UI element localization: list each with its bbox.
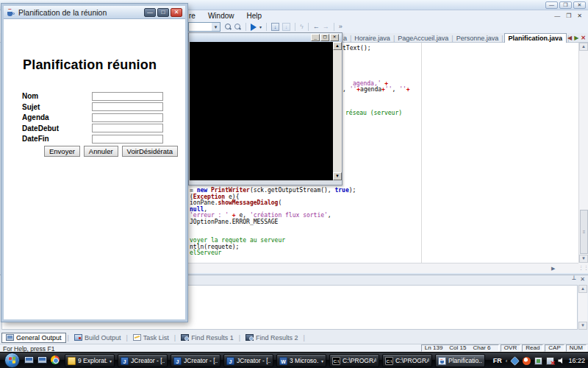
scroll-down-icon[interactable]: ▼ [579,255,588,263]
volume-icon[interactable] [558,358,564,364]
voird-sid-rata-button[interactable]: VoirDésidérata [122,146,178,157]
field-label-datedebut: DateDebut [22,124,92,132]
input-datefin[interactable] [92,135,163,144]
mdi-restore-icon[interactable]: ❐ [566,13,571,19]
editor-vertical-scrollbar[interactable]: ▲ ≡ ▼ [578,43,588,263]
taskbar-button-jcreator[interactable]: JJCreator - [... [223,354,273,367]
status-flag-read: Read [522,344,543,352]
code-line [343,93,410,99]
console-minimize-icon[interactable]: _ [311,34,320,41]
taskbar-button-jcreator[interactable]: JJCreator - [... [171,354,220,367]
dialog-titlebar[interactable]: ~ Planification de la réunion — □ ✕ [4,6,185,19]
editor-tab-pageaccueil-java[interactable]: PageAccueil.java [395,34,451,43]
tray-expand-icon[interactable]: ‹ [506,358,508,364]
language-indicator[interactable]: FR [493,357,502,364]
editor-horizontal-scrollbar[interactable]: ▶ [187,263,578,273]
chevron-down-icon[interactable]: ▾ [212,23,220,31]
tab-separator: | [451,34,453,43]
tab-scroll-right-icon[interactable]: ▶ [574,35,578,42]
restore-icon[interactable]: ❐ [559,1,572,9]
console-scrollbar[interactable]: ▲ ▼ [333,42,342,180]
network-disconnected-icon[interactable] [546,357,554,365]
taskbar-button-c-progra[interactable]: C:\C:\PROGRA... [329,354,379,367]
output-tab-task-list[interactable]: Task List [129,333,173,342]
close-icon[interactable]: ✕ [171,8,182,17]
code-line [343,52,410,57]
console-titlebar[interactable]: _ □ ✕ [189,33,342,42]
scroll-up-icon[interactable]: ▲ [578,285,587,293]
defender-icon[interactable] [511,356,520,366]
scroll-down-icon[interactable]: ▼ [578,322,587,330]
antivirus-icon[interactable] [523,357,531,365]
run-icon[interactable] [251,24,257,31]
resize-grip[interactable]: ⋮⋮ [578,263,588,273]
input-datedebut[interactable] [92,124,163,132]
code-line: ionPane.showMessageDialog( [190,200,356,207]
output-tab-find-results-1[interactable]: Find Results 1 [177,333,237,342]
find-in-files-icon[interactable] [234,24,241,30]
output-scrollbar[interactable]: ▲ ▼ [578,285,587,330]
scrollbar-thumb[interactable]: ≡ [580,210,588,254]
status-column: Col 15 [449,345,466,351]
show-desktop-icon[interactable] [24,356,34,364]
build-file-icon[interactable]: ↓ [271,23,279,31]
taskbar-button-jcreator[interactable]: JJCreator - [... [118,354,168,367]
menu-item-window[interactable]: Window [208,12,234,20]
tab-scroll-left-icon[interactable]: ◀ [567,35,572,42]
scroll-right-icon[interactable]: ▶ [551,266,555,272]
toolbar-combobox[interactable]: ▾ [188,22,220,32]
close-icon[interactable]: ✕ [573,1,586,9]
output-tab-find-results-2[interactable]: Find Results 2 [242,333,302,342]
console-output[interactable] [190,42,333,180]
editor-tab-planification-java[interactable]: Planification.java [504,33,567,43]
network-icon[interactable] [534,357,542,365]
remote-desktop-icon[interactable] [37,356,47,364]
input-sujet[interactable] [92,102,163,111]
status-char: Char 6 [473,345,490,351]
taskbar-button-label: Planificatio... [448,357,482,364]
taskbar-button-c-progra[interactable]: C:\C:\PROGRA... [382,354,432,367]
envoyer-button[interactable]: Envoyer [44,146,80,157]
run-dropdown-icon[interactable]: ▾ [259,24,262,29]
tab-close-icon[interactable]: ✕ [581,35,586,42]
menu-item-help[interactable]: Help [246,12,262,20]
minimize-icon[interactable]: — [545,1,558,9]
toolbar-overflow-icon[interactable]: » [339,22,343,32]
editor-tab-horaire-java[interactable]: Horaire.java [352,34,392,43]
output-tab-general-output[interactable]: General Output [1,333,66,343]
start-button[interactable] [4,353,20,368]
output-close-icon[interactable]: ✕ [580,276,585,283]
console-maximize-icon[interactable]: □ [320,34,329,41]
scroll-up-icon[interactable]: ▲ [579,43,588,51]
mdi-minimize-icon[interactable]: — [554,13,560,19]
console-window: _ □ ✕ ▲ ▼ [188,32,343,185]
status-bar: For Help, press F1 Ln 139 Col 15 Char 6 … [0,344,588,352]
back-icon[interactable]: ← [313,22,320,32]
scroll-up-icon[interactable]: ▲ [333,42,342,50]
menu-item-re[interactable]: re [189,12,196,20]
forward-icon[interactable]: → [323,22,329,32]
console-close-icon[interactable]: ✕ [330,34,339,41]
annuler-button[interactable]: Annuler [84,146,118,157]
output-tab-build-output[interactable]: Build Output [71,333,125,342]
stop-icon[interactable]: ϟ [300,22,304,32]
mdi-close-icon[interactable]: ✕ [577,13,582,19]
taskbar-button-planificatio[interactable]: Planificatio... [435,354,485,367]
find-icon[interactable] [225,24,232,30]
input-agenda[interactable] [92,113,163,122]
clock[interactable]: 16:22 [568,357,585,364]
input-nom[interactable] [92,92,163,101]
toolbar-separator [295,23,295,31]
taskbar-button-9-explorat[interactable]: 9 Explorat...▾ [65,354,115,367]
maximize-icon[interactable]: □ [157,8,169,17]
taskbar-button-3-microso[interactable]: W3 Microso...▾ [276,354,326,367]
scroll-down-icon[interactable]: ▼ [333,172,342,180]
minimize-icon[interactable]: — [144,8,156,17]
pin-icon[interactable]: ┴ [572,276,576,283]
build-project-icon[interactable]: ↓ [282,23,290,31]
chrome-icon[interactable] [51,355,60,364]
ide-window-controls: — ❐ ✕ [545,1,586,9]
editor-tab-personne-java[interactable]: Personne.java [454,34,501,43]
cmd-icon: C:\ [385,357,393,365]
cmd-icon: C:\ [332,357,340,365]
